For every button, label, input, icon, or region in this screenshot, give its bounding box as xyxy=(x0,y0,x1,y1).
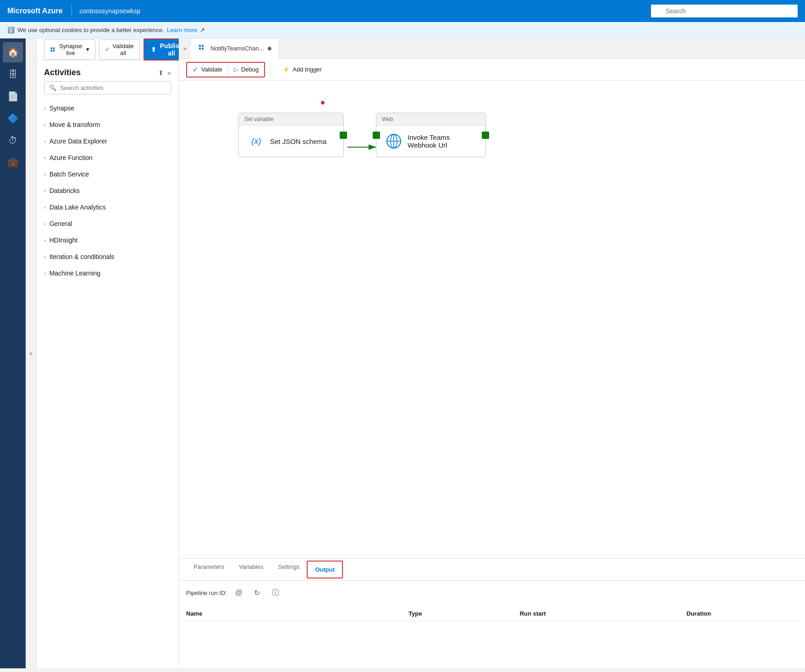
svg-rect-7 xyxy=(202,48,204,50)
activity-label: HDInsight xyxy=(50,237,77,244)
activity-item-synapse[interactable]: › Synapse xyxy=(37,100,178,116)
main-layout: 🏠 🗄 📄 🔷 ⏱ 💼 » Synapse live ▾ ✓ xyxy=(0,39,805,668)
validate-check-icon: ✓ xyxy=(193,66,198,74)
tab-settings[interactable]: Settings xyxy=(270,559,307,580)
search-input[interactable] xyxy=(651,5,798,17)
tab-unsaved-indicator xyxy=(268,47,271,50)
workspace-name: contososynapsewksp xyxy=(79,7,651,15)
chevron-right-icon: › xyxy=(44,138,46,144)
activity-item-databricks[interactable]: › Databricks xyxy=(37,182,178,199)
mention-icon-btn[interactable]: @ xyxy=(232,586,245,599)
col-run-start: Run start xyxy=(520,610,687,617)
canvas-red-dot xyxy=(321,101,325,105)
node-connector-left xyxy=(373,132,380,139)
activities-search-input[interactable] xyxy=(60,84,166,91)
add-trigger-button[interactable]: ⚡ Add trigger xyxy=(276,63,328,76)
sidebar-item-pipeline[interactable]: 🔷 xyxy=(3,108,23,128)
learn-more-link[interactable]: Learn more xyxy=(167,27,197,33)
info-icon: ⓘ xyxy=(272,588,279,598)
svg-rect-4 xyxy=(199,45,201,47)
close-icon[interactable]: « xyxy=(167,69,171,77)
chevron-right-icon: › xyxy=(44,270,46,276)
synapse-live-button[interactable]: Synapse live ▾ xyxy=(44,39,95,60)
synapse-icon xyxy=(50,46,55,53)
pipeline-toolbar: ✓ Validate ▷ Debug ⚡ Add trigger xyxy=(179,59,805,81)
set-variable-node[interactable]: Set variable (x) Set JSON schema xyxy=(238,113,344,157)
pipeline-tab-icon xyxy=(198,44,207,53)
cookie-banner: ℹ️ We use optional cookies to provide a … xyxy=(0,22,805,39)
trigger-icon: ⚡ xyxy=(282,66,290,73)
activities-search-box[interactable]: 🔍 xyxy=(44,81,171,94)
external-link-icon: ↗ xyxy=(200,27,205,33)
globe-icon xyxy=(386,133,402,149)
chevron-right-icon: › xyxy=(44,221,46,226)
chevron-right-icon: › xyxy=(44,254,46,259)
sidebar-icons: 🏠 🗄 📄 🔷 ⏱ 💼 xyxy=(0,39,26,668)
node-body-set-variable: (x) Set JSON schema xyxy=(239,126,343,157)
pipeline-run-id-label: Pipeline run ID: xyxy=(186,589,227,596)
validate-button[interactable]: ✓ Validate xyxy=(187,63,228,77)
activity-item-azure-data-explorer[interactable]: › Azure Data Explorer xyxy=(37,133,178,149)
tab-output[interactable]: Output xyxy=(307,561,343,578)
activity-item-move-transform[interactable]: › Move & transform xyxy=(37,116,178,133)
sidebar-item-home[interactable]: 🏠 xyxy=(3,42,23,62)
activities-title: Activities xyxy=(44,68,81,77)
node-body-web: Invoke TeamsWebhook Url xyxy=(376,126,485,157)
col-duration: Duration xyxy=(686,610,798,617)
activities-panel: Synapse live ▾ ✓ Validate all ⬆ Publish … xyxy=(37,39,179,668)
node-header-web: Web xyxy=(376,113,485,126)
activity-label: Azure Data Explorer xyxy=(50,138,107,145)
sidebar-item-manage[interactable]: 💼 xyxy=(3,152,23,172)
svg-rect-1 xyxy=(53,47,55,49)
activity-list: › Synapse › Move & transform › Azure Dat… xyxy=(37,100,178,668)
info-icon: ℹ️ xyxy=(7,27,15,33)
collapse-icon[interactable]: ⬆ xyxy=(158,69,164,77)
topbar-divider xyxy=(72,5,72,17)
validate-all-label: Validate all xyxy=(113,43,134,56)
activity-item-data-lake[interactable]: › Data Lake Analytics xyxy=(37,199,178,215)
activity-item-azure-function[interactable]: › Azure Function xyxy=(37,149,178,166)
activity-item-general[interactable]: › General xyxy=(37,215,178,232)
activity-item-hdinsight[interactable]: › HDInsight xyxy=(37,232,178,248)
chevron-right-icon: › xyxy=(44,171,46,177)
node-connector-right-web xyxy=(482,132,489,139)
refresh-icon-btn[interactable]: ↻ xyxy=(251,586,264,599)
svg-rect-0 xyxy=(50,47,52,49)
debug-button[interactable]: ▷ Debug xyxy=(228,63,264,76)
activity-item-batch-service[interactable]: › Batch Service xyxy=(37,166,178,182)
search-icon: 🔍 xyxy=(49,84,56,91)
web-node[interactable]: Web Invoke TeamsWebhook Url xyxy=(376,113,486,157)
synapse-toolbar: Synapse live ▾ ✓ Validate all ⬆ Publish … xyxy=(37,39,178,61)
sidebar-item-develop[interactable]: 📄 xyxy=(3,86,23,106)
sidebar-item-data[interactable]: 🗄 xyxy=(3,64,23,84)
pipeline-tab-label: NotifiyTeamsChan... xyxy=(210,45,264,52)
chevron-right-icon: › xyxy=(44,188,46,193)
activity-item-machine-learning[interactable]: › Machine Learning xyxy=(37,265,178,281)
activities-header: Activities ⬆ « xyxy=(37,61,178,81)
pipeline-tab[interactable]: NotifiyTeamsChan... xyxy=(191,39,279,59)
panel-expand-toggle[interactable]: » xyxy=(26,39,37,668)
debug-play-icon: ▷ xyxy=(234,66,238,73)
validate-all-button[interactable]: ✓ Validate all xyxy=(99,39,140,60)
tab-variables[interactable]: Variables xyxy=(232,559,270,580)
activity-label: Azure Function xyxy=(50,154,93,161)
sidebar-item-monitor[interactable]: ⏱ xyxy=(3,130,23,150)
activity-label: Machine Learning xyxy=(50,270,100,277)
search-wrap: 🔍 xyxy=(651,5,798,17)
col-name: Name xyxy=(186,610,408,617)
chevron-right-icon: » xyxy=(29,350,33,357)
cookie-text: We use optional cookies to provide a bet… xyxy=(17,27,164,33)
refresh-icon: ↻ xyxy=(254,589,260,597)
chevron-right-icon: › xyxy=(44,155,46,160)
activity-item-iteration[interactable]: › Iteration & conditionals xyxy=(37,248,178,265)
chevron-right-icon: › xyxy=(44,105,46,111)
tab-parameters[interactable]: Parameters xyxy=(186,559,232,580)
info-icon-btn[interactable]: ⓘ xyxy=(269,586,282,599)
activity-label: Data Lake Analytics xyxy=(50,204,106,211)
bottom-panel: Parameters Variables Settings Output Pip… xyxy=(179,558,805,668)
tab-expand-toggle[interactable]: » xyxy=(179,45,191,52)
col-type: Type xyxy=(408,610,520,617)
activity-label: Iteration & conditionals xyxy=(50,253,115,260)
node-header-set-variable: Set variable xyxy=(239,113,343,126)
content-area: » NotifiyTeamsChan... ✓ Validate xyxy=(179,39,805,668)
